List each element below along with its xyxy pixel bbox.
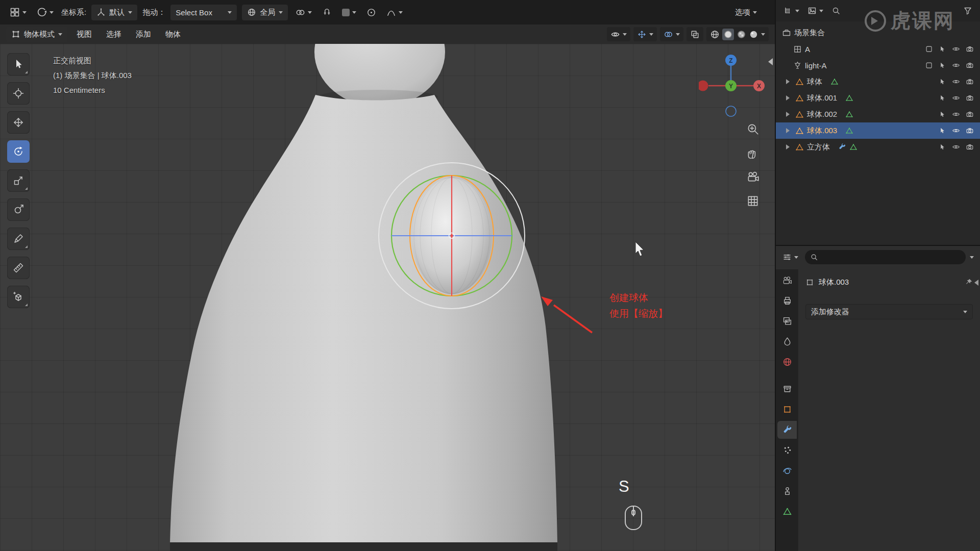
render-camera-icon[interactable]	[966, 110, 974, 118]
properties-toggle-arrow[interactable]	[971, 280, 978, 286]
outliner-display-mode-button[interactable]	[805, 3, 826, 19]
exclude-checkbox-icon[interactable]	[925, 62, 933, 69]
tab-collection[interactable]	[777, 380, 797, 398]
zoom-button[interactable]	[745, 121, 761, 137]
tab-object-data[interactable]	[777, 503, 797, 520]
orbit-options-button[interactable]	[34, 5, 56, 20]
gizmos-dropdown[interactable]	[633, 27, 657, 41]
selectable-pointer-icon[interactable]	[939, 111, 946, 118]
transform-tool[interactable]	[7, 198, 30, 221]
tab-particles[interactable]	[777, 441, 797, 459]
tab-physics[interactable]	[777, 462, 797, 480]
drag-mode-dropdown[interactable]: Select Box	[170, 5, 237, 20]
move-tool[interactable]	[7, 111, 30, 134]
visibility-eye-icon[interactable]	[952, 45, 960, 53]
chevron-down-icon[interactable]	[970, 256, 974, 261]
expand-icon[interactable]	[786, 79, 792, 84]
outliner-row-sphere-002[interactable]: 球体.002	[776, 106, 980, 122]
shading-rendered-button[interactable]	[749, 30, 758, 39]
proportional-editing-button[interactable]	[364, 5, 379, 20]
menu-select[interactable]: 选择	[101, 30, 127, 39]
render-camera-icon[interactable]	[966, 127, 974, 135]
transform-orientation-dropdown[interactable]: 默认	[91, 5, 137, 20]
pivot-point-dropdown[interactable]: 全局	[242, 5, 288, 20]
outliner-row-cube[interactable]: 立方体	[776, 139, 980, 155]
render-camera-icon[interactable]	[966, 143, 974, 151]
falloff-button[interactable]	[384, 5, 405, 20]
visibility-dropdown[interactable]	[607, 27, 630, 41]
outliner-row-scene-collection[interactable]: 场景集合	[776, 24, 980, 41]
camera-view-button[interactable]	[745, 169, 761, 185]
navigation-gizmo[interactable]: Z X Y	[699, 49, 766, 127]
render-camera-icon[interactable]	[966, 78, 974, 86]
render-camera-icon[interactable]	[966, 94, 974, 102]
viewport-info: 正交前视图 (1) 场景集合 | 球体.003 10 Centimeters	[53, 53, 132, 97]
menu-view[interactable]: 视图	[71, 30, 97, 39]
editor-type-icon	[10, 7, 20, 17]
expand-icon[interactable]	[786, 112, 792, 117]
shading-wireframe-button[interactable]	[710, 30, 720, 39]
snap-settings-button[interactable]	[339, 5, 359, 20]
expand-icon[interactable]	[786, 95, 792, 101]
tab-render[interactable]	[777, 271, 797, 289]
tab-world[interactable]	[777, 353, 797, 371]
shading-material-button[interactable]	[737, 30, 746, 39]
pan-button[interactable]	[745, 145, 761, 161]
editor-type-button[interactable]	[7, 5, 29, 20]
shading-solid-button[interactable]	[722, 29, 734, 40]
selectable-pointer-icon[interactable]	[939, 45, 946, 53]
tab-scene[interactable]	[777, 333, 797, 350]
outliner-search-button[interactable]	[829, 3, 843, 19]
visibility-eye-icon[interactable]	[952, 110, 960, 118]
outliner-editor-type-button[interactable]	[781, 3, 802, 19]
selectable-pointer-icon[interactable]	[939, 94, 946, 102]
outliner-row-a[interactable]: A	[776, 41, 980, 57]
snap-target-button[interactable]	[293, 5, 314, 20]
add-modifier-dropdown[interactable]: 添加修改器	[805, 304, 973, 319]
visibility-eye-icon[interactable]	[952, 143, 960, 151]
options-dropdown[interactable]: 选项	[732, 5, 760, 20]
rotate-tool[interactable]	[7, 140, 30, 163]
render-camera-icon[interactable]	[966, 45, 974, 53]
scale-tool[interactable]	[7, 169, 30, 192]
exclude-checkbox-icon[interactable]	[925, 45, 933, 53]
selectable-pointer-icon[interactable]	[939, 143, 946, 151]
tab-modifiers[interactable]	[777, 421, 797, 439]
selectable-pointer-icon[interactable]	[939, 127, 946, 135]
xray-toggle[interactable]	[687, 27, 703, 41]
menu-add[interactable]: 添加	[131, 30, 156, 39]
tab-object[interactable]	[777, 400, 797, 418]
visibility-eye-icon[interactable]	[952, 94, 960, 102]
sidebar-toggle-arrow[interactable]	[765, 58, 773, 65]
expand-icon[interactable]	[786, 144, 792, 149]
grid-view-button[interactable]	[745, 193, 761, 209]
tab-output[interactable]	[777, 292, 797, 310]
outliner-row-sphere-001[interactable]: 球体.001	[776, 90, 980, 106]
properties-editor-type-button[interactable]	[780, 249, 801, 265]
visibility-eye-icon[interactable]	[952, 127, 960, 135]
expand-icon[interactable]	[786, 128, 792, 133]
select-box-tool[interactable]	[7, 53, 30, 76]
selectable-pointer-icon[interactable]	[939, 78, 946, 86]
drag-label: 拖动：	[142, 8, 165, 17]
visibility-eye-icon[interactable]	[952, 61, 960, 69]
snap-toggle-button[interactable]	[320, 5, 334, 20]
annotate-tool[interactable]	[7, 228, 30, 250]
mode-dropdown[interactable]: 物体模式	[6, 27, 67, 42]
selectable-pointer-icon[interactable]	[939, 62, 946, 69]
outliner-filter-button[interactable]	[961, 3, 975, 19]
cursor-tool[interactable]	[7, 82, 30, 105]
tab-constraints[interactable]	[777, 482, 797, 500]
visibility-eye-icon[interactable]	[952, 78, 960, 86]
add-cube-tool[interactable]	[7, 286, 30, 308]
tab-view-layer[interactable]	[777, 312, 797, 330]
overlays-dropdown[interactable]	[660, 27, 683, 41]
menu-object[interactable]: 物体	[160, 30, 186, 39]
outliner-row-light-a[interactable]: light-A	[776, 57, 980, 73]
render-camera-icon[interactable]	[966, 61, 974, 69]
outliner-row-sphere[interactable]: 球体	[776, 73, 980, 90]
properties-header	[776, 246, 980, 268]
outliner-row-sphere-003-selected[interactable]: 球体.003	[776, 122, 980, 139]
measure-tool[interactable]	[7, 257, 30, 279]
properties-search-input[interactable]	[805, 250, 966, 264]
